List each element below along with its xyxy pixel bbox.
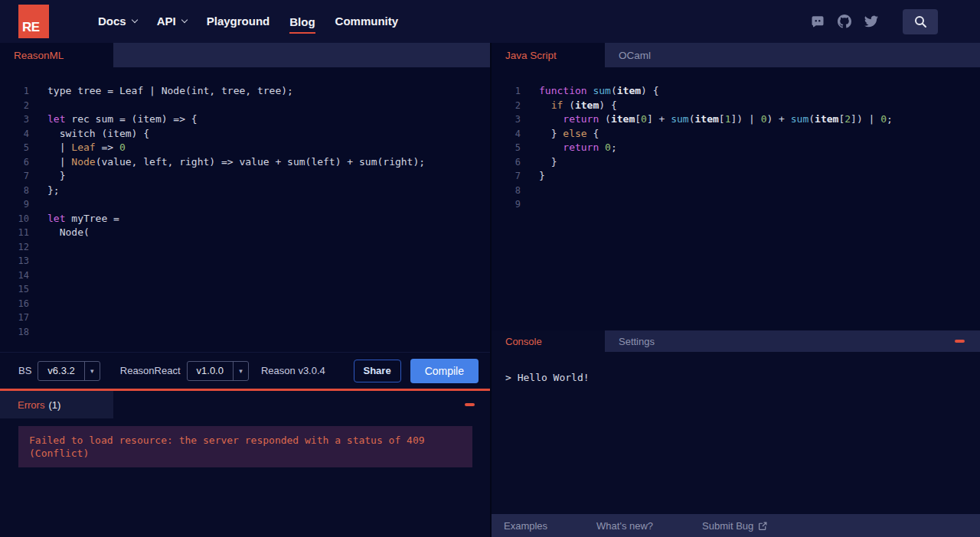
- nav-item-blog[interactable]: Blog: [289, 15, 315, 28]
- code-line: Node(: [47, 226, 425, 240]
- share-button[interactable]: Share: [354, 360, 401, 382]
- line-number: 6: [0, 155, 29, 170]
- code-line: function sum(item) {: [539, 84, 893, 99]
- nav-item-playground[interactable]: Playground: [207, 15, 270, 29]
- bs-label: BS: [18, 365, 31, 376]
- code-line: | Node(value, left, right) => value + su…: [47, 155, 425, 170]
- code-line: [47, 240, 425, 255]
- code-line: [47, 297, 425, 311]
- minus-icon: [955, 340, 965, 343]
- code-line: [47, 254, 425, 268]
- line-number: 12: [0, 240, 29, 255]
- code-line: [47, 325, 425, 340]
- line-number: 8: [0, 184, 29, 198]
- line-number: 8: [492, 184, 521, 198]
- nav-item-docs[interactable]: Docs: [98, 15, 137, 29]
- footer-link-whats-new[interactable]: What's new?: [596, 520, 653, 532]
- line-numbers: 123456789101112131415161718: [0, 67, 29, 352]
- chevron-down-icon: [181, 17, 187, 23]
- line-number: 14: [0, 268, 29, 283]
- select-arrow-icon: ▾: [233, 362, 248, 380]
- code-line: return 0;: [539, 141, 893, 155]
- chevron-down-icon: [131, 17, 137, 23]
- line-number: 9: [0, 197, 29, 212]
- errors-count-badge: (1): [48, 399, 60, 411]
- console-collapse-button[interactable]: [952, 337, 968, 346]
- tab-console[interactable]: Console: [492, 330, 605, 352]
- code-line: }: [47, 169, 425, 184]
- errors-header: Errors (1): [0, 391, 490, 418]
- external-link-icon: [758, 521, 768, 531]
- bs-version-value: v6.3.2: [38, 365, 83, 376]
- line-number: 9: [492, 197, 521, 212]
- main-area: ReasonML 123456789101112131415161718 typ…: [0, 43, 980, 537]
- code-line: }: [539, 169, 893, 184]
- line-number: 4: [492, 127, 521, 142]
- compile-toolbar: BS v6.3.2 ▾ ReasonReact v1.0.0 ▾ Reason …: [0, 352, 490, 389]
- javascript-editor[interactable]: 123456789 function sum(item) { if (item)…: [492, 67, 980, 330]
- tab-label: Java Script: [505, 50, 557, 61]
- tab-settings[interactable]: Settings: [605, 330, 718, 352]
- reasonreact-label: ReasonReact: [120, 365, 181, 376]
- line-number: 13: [0, 254, 29, 268]
- code-line: }: [539, 155, 893, 170]
- search-button[interactable]: [903, 9, 938, 34]
- tab-reasonml[interactable]: ReasonML: [0, 43, 113, 67]
- github-icon[interactable]: [838, 15, 851, 28]
- tab-errors[interactable]: Errors (1): [0, 391, 113, 418]
- compile-button[interactable]: Compile: [410, 359, 479, 383]
- line-number: 7: [492, 169, 521, 184]
- code-line: [47, 311, 425, 325]
- nav-item-label: Blog: [289, 15, 315, 34]
- code-line: let myTree =: [47, 212, 425, 226]
- tab-ocaml[interactable]: OCaml: [605, 43, 718, 67]
- errors-content: Failed to load resource: the server resp…: [0, 418, 490, 537]
- errors-collapse-button[interactable]: [462, 400, 478, 409]
- line-number: 3: [492, 112, 521, 127]
- nav-item-api[interactable]: API: [157, 15, 187, 29]
- line-number: 4: [0, 127, 29, 142]
- footer-link-examples[interactable]: Examples: [504, 520, 547, 532]
- code-line: [539, 197, 893, 212]
- line-number: 2: [492, 99, 521, 113]
- nav-item-label: Playground: [207, 15, 270, 29]
- code-line: [47, 268, 425, 283]
- reason-editor[interactable]: 123456789101112131415161718 type tree = …: [0, 67, 490, 352]
- console-tabbar: Console Settings: [492, 330, 980, 352]
- line-number: 1: [0, 84, 29, 99]
- line-number: 3: [0, 112, 29, 127]
- line-numbers: 123456789: [492, 67, 521, 330]
- select-arrow-icon: ▾: [84, 362, 100, 380]
- line-number: 10: [0, 212, 29, 226]
- minus-icon: [465, 403, 475, 406]
- nav-item-community[interactable]: Community: [335, 15, 399, 29]
- tab-label: OCaml: [619, 50, 651, 61]
- code-line: switch (item) {: [47, 127, 425, 142]
- error-message: Failed to load resource: the server resp…: [18, 426, 472, 467]
- tab-javascript[interactable]: Java Script: [492, 43, 605, 67]
- line-number: 7: [0, 169, 29, 184]
- logo-text: RE: [22, 20, 40, 35]
- reasonreact-version-value: v1.0.0: [188, 365, 233, 376]
- line-number: 2: [0, 99, 29, 113]
- code-area[interactable]: function sum(item) { if (item) { return …: [521, 67, 893, 330]
- line-number: 15: [0, 282, 29, 297]
- footer-link-label: What's new?: [596, 520, 653, 532]
- line-number: 16: [0, 297, 29, 311]
- panel-footer: Examples What's new? Submit Bug: [492, 514, 980, 537]
- line-number: 17: [0, 311, 29, 325]
- discord-icon[interactable]: [811, 15, 825, 28]
- tab-label: ReasonML: [14, 50, 64, 61]
- reasonreact-version-select[interactable]: v1.0.0 ▾: [187, 361, 249, 381]
- nav-item-label: API: [157, 15, 176, 29]
- tab-label: Console: [505, 336, 542, 347]
- reason-panel: ReasonML 123456789101112131415161718 typ…: [0, 43, 490, 537]
- site-header: RE Docs API Playground Blog Community: [0, 0, 980, 43]
- reason-logo[interactable]: RE: [18, 5, 49, 38]
- bs-version-select[interactable]: v6.3.2 ▾: [38, 361, 100, 381]
- code-line: let rec sum = (item) => {: [47, 112, 425, 127]
- footer-link-submit-bug[interactable]: Submit Bug: [702, 520, 768, 532]
- code-area[interactable]: type tree = Leaf | Node(int, tree, tree)…: [29, 67, 425, 352]
- output-tabbar: Java Script OCaml: [492, 43, 980, 67]
- twitter-icon[interactable]: [864, 15, 878, 28]
